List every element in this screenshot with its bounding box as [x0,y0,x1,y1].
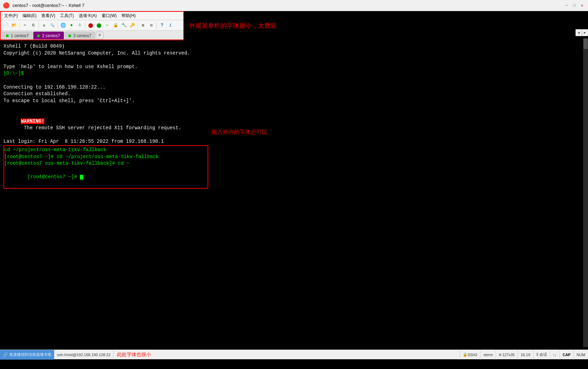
toolbar-new-button[interactable]: 📄 [2,22,10,29]
toolbar-sep-1 [19,22,20,28]
toolbar-sep-3 [58,22,58,28]
toolbar-btn4[interactable]: 🔍 [49,22,56,29]
term-line-1: Xshell 7 (Build 0049) [3,43,585,50]
toolbar-sep-2 [39,22,39,28]
status-arrows-text: ↑↓ [553,353,557,357]
tab-bar: 1 centos7 2 centos7 3 centos7 + [1,31,183,40]
term-line-3: Type `help' to learn how to use Xshell p… [3,64,585,71]
toolbar-help-button[interactable]: ? [158,22,166,29]
toolbar-btn6[interactable]: A [76,22,84,29]
status-sessions: 3 会话 [533,350,550,360]
toolbar-btn10[interactable]: 🔑 [128,22,136,29]
status-arrows[interactable]: ↑↓ [550,350,560,360]
toolbar-btn9[interactable]: 🔧 [120,22,128,29]
status-grid-text: 127x35 [502,353,515,357]
status-xterm-text: xterm [483,353,493,357]
toolbar-open-button[interactable]: 📂 [10,22,18,29]
status-cap: CAP [560,350,573,360]
tab-dot-2 [37,34,40,37]
menu-bar: 文件(F) 编辑(E) 查看(V) 工具(T) 选项卡(A) 窗口(W) 帮助(… [1,12,183,20]
tab-dot-3 [68,34,71,37]
term-line-established: Connection established. [3,91,585,98]
menu-view[interactable]: 查看(V) [39,12,57,19]
toolbar-copy-button[interactable]: ⎘ [30,22,37,29]
tab-centos7-2[interactable]: 2 centos7 [33,32,64,39]
menu-tools[interactable]: 工具(T) [58,12,76,19]
term-line-warning: WARNING! The remote SSH server rejected … [3,111,585,138]
status-ssh2-label: 🔒 [463,352,468,357]
status-right: 🔒 SSH2 xterm ⊞ 127x35 16,19 3 会话 ↑↓ CAP [460,350,588,360]
nav-left-arrow[interactable]: ◀ [576,29,582,36]
tab-label-1: 1 centos7 [11,33,29,38]
title-bar: 🔴 centos7 - root@centos7:~ - Xshell 7 ─ … [0,0,588,11]
toolbar: 📄 📂 ✂ ⎘ ▣ 🔍 🌐 ● A ⬤ ⬤ ↔ 🔒 🔧 🔑 ⊞ ⊟ ? i [1,20,183,31]
nav-arrows: ◀ ▶ [576,29,588,36]
main-container: 🔴 centos7 - root@centos7:~ - Xshell 7 ─ … [0,0,588,359]
status-xterm: xterm [480,350,496,360]
menu-edit[interactable]: 编辑(E) [20,12,39,19]
terminal-cursor [80,175,83,180]
toolbar-btn5[interactable]: ● [68,22,75,29]
toolbar-lock-button[interactable]: 🔒 [112,22,119,29]
status-position: 16,19 [518,350,533,360]
tab-add-button[interactable]: + [96,32,103,39]
term-line-connecting: Connecting to 192.168.190.128:22... [3,84,585,91]
toolbar-section: 文件(F) 编辑(E) 查看(V) 工具(T) 选项卡(A) 窗口(W) 帮助(… [0,11,184,40]
title-bar-controls: ─ □ ✕ [564,2,585,9]
term-line-cmd2: [root@centos7 ~]# cd ~/project/oss-meta-… [4,154,208,161]
menu-tab[interactable]: 选项卡(A) [77,12,99,19]
tab-centos7-3[interactable]: 3 centos7 [65,32,95,39]
toolbar-btn3[interactable]: ▣ [40,22,48,29]
close-button[interactable]: ✕ [579,2,585,9]
tab-centos7-1[interactable]: 1 centos7 [2,32,33,39]
status-position-text: 16,19 [521,353,530,357]
toolbar-btn12[interactable]: ⊟ [148,22,155,29]
term-warning-badge: WARNING! [21,118,44,124]
toolbar-cut-button[interactable]: ✂ [21,22,29,29]
toolbar-info-button[interactable]: i [167,22,174,29]
status-msg-label: 友连接信到当前选项卡组 [9,352,51,357]
toolbar-btn7[interactable]: ⬤ [95,22,103,29]
term-line-2: Copyright (c) 2020 NetSarang Computer, I… [3,50,585,57]
maximize-button[interactable]: □ [571,2,578,9]
term-line-escape: To escape to local shell, press 'Ctrl+Al… [3,98,585,105]
status-annotation: 此处字体也很小 [114,352,154,358]
status-ssh2: 🔒 SSH2 [460,350,480,360]
toolbar-stop-button[interactable]: ⬤ [87,22,94,29]
term-line-cmd1: cd ~/project/oss-meta-tikv-fallback [4,147,208,154]
toolbar-btn8[interactable]: ↔ [103,22,111,29]
toolbar-btn11[interactable]: ⊞ [139,22,147,29]
terminal[interactable]: Xshell 7 (Build 0049) Copyright (c) 2020… [0,40,588,359]
toolbar-sep-6 [157,22,157,28]
title-bar-left: 🔴 centos7 - root@centos7:~ - Xshell 7 [3,2,84,9]
tab-dot-1 [6,34,9,37]
status-ssh-text: ssh://root@192.168.190.128:22 [57,353,110,357]
tab-label-3: 3 centos7 [73,33,91,38]
menu-window[interactable]: 窗口(W) [100,12,119,19]
window-title: centos7 - root@centos7:~ - Xshell 7 [12,3,84,8]
term-line-blank-1 [3,57,585,64]
term-line-cmd4: [root@centos7 ~]# [4,167,208,188]
term-warning-text: The remote SSH server rejected X11 forwa… [21,125,181,131]
status-num: NUM [573,350,588,360]
minimize-button[interactable]: ─ [564,2,570,9]
toolbar-globe-button[interactable]: 🌐 [59,22,67,29]
status-grid-icon: ⊞ [499,353,502,356]
status-cap-text: CAP [563,353,571,357]
term-line-blank-3 [3,104,585,111]
scrollbar-thumb[interactable] [583,39,588,49]
term-line-prompt1: [D:\~]$ [3,70,585,77]
term-line-blank-2 [3,77,585,84]
terminal-annotation: 输入框内的字体还可以 [212,129,267,136]
status-message-button[interactable]: 🔗 友连接信到当前选项卡组 [0,350,54,360]
status-ssh2-text: SSH2 [468,353,478,357]
menu-help[interactable]: 帮助(H) [119,12,138,19]
status-ssh-info: ssh://root@192.168.190.128:22 [54,350,114,360]
term-line-lastlogin: Last login: Fri Apr 8 11:26:55 2022 from… [3,138,585,145]
toolbar-sep-5 [137,22,138,28]
nav-right-arrow[interactable]: ▶ [582,29,588,36]
status-left: 🔗 友连接信到当前选项卡组 ssh://root@192.168.190.128… [0,350,154,360]
status-bar: 🔗 友连接信到当前选项卡组 ssh://root@192.168.190.128… [0,350,588,359]
menu-file[interactable]: 文件(F) [2,12,20,19]
scrollbar[interactable] [583,38,588,347]
